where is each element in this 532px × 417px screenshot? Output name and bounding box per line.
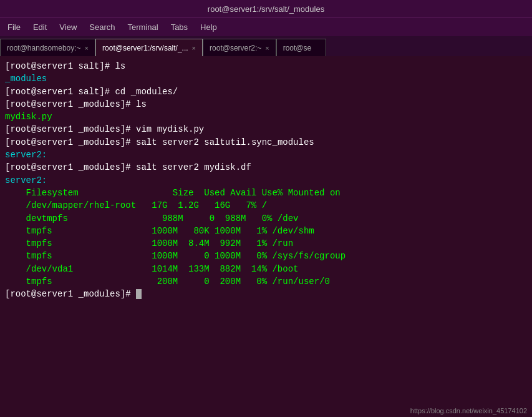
terminal-line: /dev/mapper/rhel-root 17G 1.2G 16G 7% / <box>5 199 527 212</box>
terminal-line: tmpfs 1000M 0 1000M 0% /sys/fs/cgroup <box>5 250 527 262</box>
tab-label-1: root@server1:/srv/salt/_... <box>102 44 188 52</box>
tab-label-0: root@handsomeboy:~ <box>7 44 81 52</box>
terminal-line: Filesystem Size Used Avail Use% Mounted … <box>5 187 527 199</box>
menubar-item-edit[interactable]: Edit <box>28 21 52 34</box>
terminal-line: [root@server1 _modules]# ls <box>5 98 527 110</box>
menubar-item-search[interactable]: Search <box>84 21 120 34</box>
terminal-line: tmpfs 1000M 8.4M 992M 1% /run <box>5 237 527 250</box>
terminal-line: [root@server1 _modules]# salt server2 my… <box>5 161 527 174</box>
terminal-cursor <box>136 289 142 299</box>
tab-close-0[interactable]: × <box>85 44 89 52</box>
terminal-line: [root@server1 _modules]# salt server2 sa… <box>5 136 527 149</box>
menubar-item-tabs[interactable]: Tabs <box>166 21 193 34</box>
tab-label-2: root@server2:~ <box>210 44 261 52</box>
terminal-line: [root@server1 salt]# ls <box>5 60 527 72</box>
terminal-line: server2: <box>5 174 527 187</box>
terminal-line: server2: <box>5 149 527 161</box>
tabbar: root@handsomeboy:~×root@server1:/srv/sal… <box>0 36 532 56</box>
tab-3[interactable]: root@se <box>276 39 326 56</box>
menubar-item-file[interactable]: File <box>2 21 26 34</box>
tab-close-2[interactable]: × <box>265 44 269 52</box>
titlebar: root@server1:/srv/salt/_modules <box>0 0 532 17</box>
tab-0[interactable]: root@handsomeboy:~× <box>0 39 95 56</box>
terminal-line: mydisk.py <box>5 110 527 123</box>
tab-1[interactable]: root@server1:/srv/salt/_...× <box>95 39 203 56</box>
menubar-item-help[interactable]: Help <box>195 21 222 34</box>
titlebar-text: root@server1:/srv/salt/_modules <box>208 4 324 14</box>
tab-2[interactable]: root@server2:~× <box>203 39 276 56</box>
terminal-line: tmpfs 200M 0 200M 0% /run/user/0 <box>5 275 527 288</box>
footer-text: https://blog.csdn.net/weixin_45174102 <box>410 407 527 415</box>
terminal-line: tmpfs 1000M 80K 1000M 1% /dev/shm <box>5 225 527 237</box>
tab-label-3: root@se <box>283 44 312 52</box>
terminal-line: devtmpfs 988M 0 988M 0% /dev <box>5 212 527 225</box>
terminal: [root@server1 salt]# ls_modules[root@ser… <box>0 56 532 417</box>
terminal-line: _modules <box>5 72 527 85</box>
terminal-line: [root@server1 _modules]# <box>5 288 527 300</box>
menubar-item-terminal[interactable]: Terminal <box>123 21 163 34</box>
terminal-line: /dev/vda1 1014M 133M 882M 14% /boot <box>5 263 527 275</box>
footer: https://blog.csdn.net/weixin_45174102 <box>410 407 527 415</box>
tab-close-1[interactable]: × <box>192 44 196 52</box>
terminal-line: [root@server1 _modules]# vim mydisk.py <box>5 123 527 135</box>
menubar: FileEditViewSearchTerminalTabsHelp <box>0 17 532 36</box>
menubar-item-view[interactable]: View <box>54 21 82 34</box>
terminal-line: [root@server1 salt]# cd _modules/ <box>5 86 527 98</box>
